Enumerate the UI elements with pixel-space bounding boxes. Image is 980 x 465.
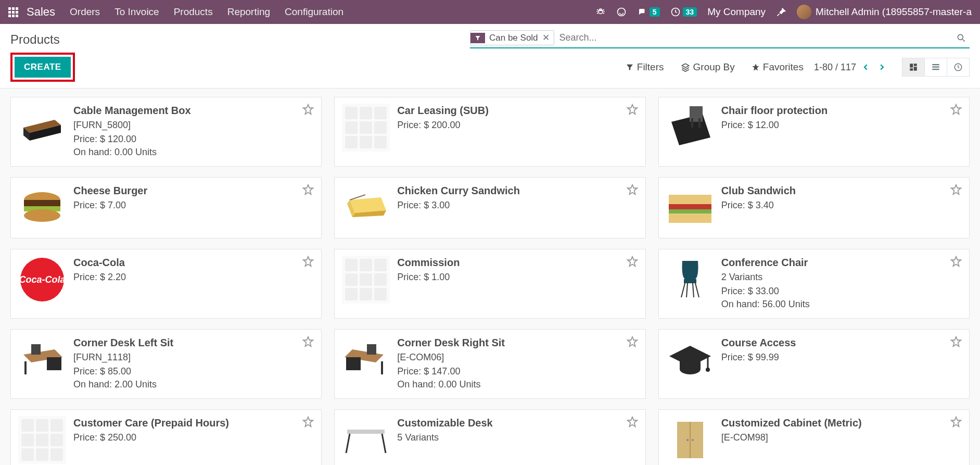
product-name: Commission — [397, 257, 638, 269]
product-card[interactable]: Customized Cabinet (Metric)[E-COM98] — [658, 409, 970, 465]
product-name: Cheese Burger — [73, 185, 314, 197]
svg-point-46 — [692, 439, 694, 441]
favorite-star-icon[interactable] — [302, 416, 314, 428]
product-image — [666, 184, 714, 232]
product-price: Price: $ 147.00 — [397, 366, 638, 377]
product-price: Price: $ 7.00 — [73, 200, 314, 211]
product-price: Price: $ 3.00 — [397, 200, 638, 211]
apps-icon[interactable] — [8, 7, 18, 17]
favorite-star-icon[interactable] — [302, 104, 314, 115]
pager-range[interactable]: 1-80 / 117 — [814, 62, 856, 73]
favorite-star-icon[interactable] — [627, 184, 638, 195]
user-menu[interactable]: Mitchell Admin (18955857-master-a — [797, 5, 972, 19]
favorite-star-icon[interactable] — [950, 104, 962, 115]
svg-rect-7 — [932, 64, 939, 65]
pager-prev[interactable] — [860, 60, 872, 74]
user-name: Mitchell Admin (18955857-master-a — [816, 6, 972, 18]
svg-rect-27 — [669, 209, 711, 213]
favorite-star-icon[interactable] — [627, 416, 638, 428]
favorite-star-icon[interactable] — [950, 336, 962, 347]
pager-next[interactable] — [876, 60, 887, 74]
product-price: Price: $ 33.00 — [721, 286, 962, 297]
company-switcher[interactable]: My Company — [707, 6, 766, 18]
product-card[interactable]: Coca-Cola Coca-ColaPrice: $ 2.20 — [10, 249, 322, 319]
svg-rect-5 — [914, 67, 917, 71]
filters-button[interactable]: Filters — [626, 61, 664, 73]
search-icon[interactable] — [953, 33, 970, 43]
svg-rect-16 — [691, 118, 693, 128]
svg-rect-8 — [932, 67, 939, 68]
favorite-star-icon[interactable] — [627, 256, 638, 267]
brand[interactable]: Sales — [27, 5, 55, 19]
product-card[interactable]: Course AccessPrice: $ 99.99 — [658, 329, 970, 399]
bug-icon[interactable] — [595, 7, 606, 17]
messaging-icon[interactable]: 5 — [637, 7, 660, 17]
favorite-star-icon[interactable] — [302, 184, 314, 195]
pager: 1-80 / 117 — [814, 58, 970, 77]
product-card[interactable]: Chicken Curry SandwichPrice: $ 3.00 — [334, 177, 645, 238]
create-button[interactable]: CREATE — [15, 57, 71, 78]
support-icon[interactable] — [616, 7, 627, 17]
search-bar[interactable]: Can be Sold ✕ — [470, 28, 970, 48]
nav-link-reporting[interactable]: Reporting — [227, 6, 270, 18]
facet-remove[interactable]: ✕ — [542, 31, 554, 45]
product-image — [342, 184, 390, 232]
product-name: Coca-Cola — [73, 257, 314, 269]
svg-rect-28 — [669, 213, 711, 223]
product-onhand: On hand: 56.00 Units — [721, 299, 962, 310]
avatar — [797, 5, 811, 19]
product-name: Club Sandwich — [721, 185, 962, 197]
view-list[interactable] — [925, 58, 947, 76]
product-price: Price: $ 85.00 — [73, 366, 314, 377]
svg-rect-33 — [47, 357, 61, 370]
product-card[interactable]: Chair floor protectionPrice: $ 12.00 — [658, 97, 970, 167]
product-image — [18, 184, 66, 232]
search-facet: Can be Sold ✕ — [470, 30, 554, 45]
product-name: Chair floor protection — [721, 105, 962, 117]
activities-icon[interactable]: 33 — [670, 7, 697, 17]
search-input[interactable] — [557, 30, 950, 45]
nav-link-products[interactable]: Products — [174, 6, 213, 18]
product-ref: [FURN_1118] — [73, 352, 314, 363]
favorite-star-icon[interactable] — [950, 256, 962, 267]
favorite-star-icon[interactable] — [950, 416, 962, 428]
favorite-star-icon[interactable] — [627, 104, 638, 115]
product-name: Customizable Desk — [397, 417, 638, 429]
product-card[interactable]: Car Leasing (SUB)Price: $ 200.00 — [334, 97, 645, 167]
product-name: Course Access — [721, 337, 962, 349]
favorite-star-icon[interactable] — [302, 256, 314, 267]
favorite-star-icon[interactable] — [950, 184, 962, 195]
favorites-button[interactable]: Favorites — [752, 61, 804, 73]
product-ref: [E-COM06] — [397, 352, 638, 363]
product-card[interactable]: Customer Care (Prepaid Hours)Price: $ 25… — [10, 409, 322, 465]
svg-rect-39 — [367, 344, 376, 355]
product-onhand: On hand: 0.00 Units — [397, 379, 638, 390]
favorite-star-icon[interactable] — [627, 336, 638, 347]
product-card[interactable]: Customizable Desk5 Variants — [334, 409, 645, 465]
svg-rect-37 — [346, 357, 361, 370]
nav-link-orders[interactable]: Orders — [70, 6, 100, 18]
svg-point-21 — [24, 209, 60, 222]
product-card[interactable]: Cable Management Box[FURN_5800]Price: $ … — [10, 97, 322, 167]
favorite-star-icon[interactable] — [302, 336, 314, 347]
nav-link-configuration[interactable]: Configuration — [285, 6, 343, 18]
view-activity[interactable] — [947, 58, 969, 76]
page-title: Products — [10, 28, 60, 47]
product-variants: 2 Variants — [721, 272, 962, 283]
product-card[interactable]: Cheese BurgerPrice: $ 7.00 — [10, 177, 322, 238]
nav-link-to-invoice[interactable]: To Invoice — [114, 6, 159, 18]
groupby-button[interactable]: Group By — [681, 61, 735, 73]
product-card[interactable]: Corner Desk Right Sit[E-COM06]Price: $ 1… — [334, 329, 645, 399]
tools-icon[interactable] — [776, 7, 786, 17]
product-card[interactable]: Conference Chair2 VariantsPrice: $ 33.00… — [658, 249, 970, 319]
product-card[interactable]: Club SandwichPrice: $ 3.40 — [658, 177, 970, 238]
product-price: Price: $ 250.00 — [73, 432, 314, 443]
product-card[interactable]: Corner Desk Left Sit[FURN_1118]Price: $ … — [10, 329, 322, 399]
svg-rect-26 — [669, 204, 711, 209]
product-name: Customized Cabinet (Metric) — [721, 417, 962, 429]
product-image — [666, 104, 714, 152]
view-kanban[interactable] — [902, 58, 925, 76]
product-name: Corner Desk Right Sit — [397, 337, 638, 349]
product-image — [342, 416, 390, 464]
product-card[interactable]: CommissionPrice: $ 1.00 — [334, 249, 645, 319]
